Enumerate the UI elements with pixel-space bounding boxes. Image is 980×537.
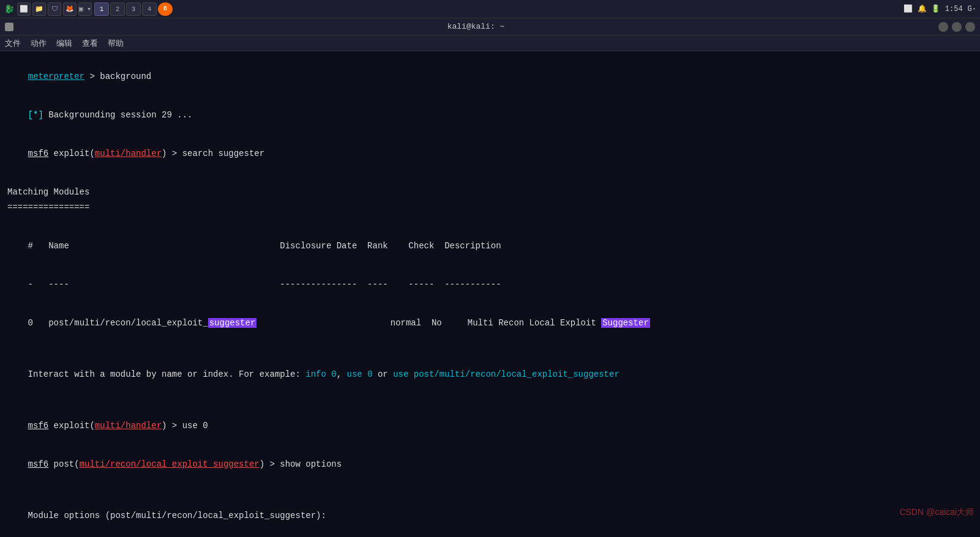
col-date: Disclosure Date: [280, 241, 367, 251]
row0-num: 0: [28, 318, 49, 328]
blank-line-1: [7, 173, 973, 186]
module-options-text: Module options (post/multi/recon/local_e…: [28, 511, 326, 520]
info-link: info 0: [305, 369, 336, 379]
blank-line-5: [7, 484, 973, 497]
use0-link: use 0: [347, 369, 373, 379]
window-close-icon[interactable]: [5, 23, 13, 31]
table-col-divider: - ---- --------------- ---- ----- ------…: [7, 265, 973, 304]
win-btn-1[interactable]: [938, 22, 948, 32]
backgrounding-text: Backgrounding session 29 ...: [43, 110, 193, 120]
menu-actions[interactable]: 动作: [31, 38, 47, 49]
tab-4[interactable]: 4: [142, 2, 157, 16]
div-name: ----: [48, 280, 280, 289]
titlebar-title: kali@kali: ~: [13, 22, 938, 31]
app-btn-3[interactable]: 🛡: [48, 2, 61, 16]
div-rank: ----: [367, 280, 408, 289]
titlebar-left: [5, 23, 13, 31]
titlebar: kali@kali: ~: [0, 18, 980, 35]
menu-edit[interactable]: 编辑: [56, 38, 72, 49]
taskbar-time: 1:54: [945, 5, 963, 13]
menu-view[interactable]: 查看: [82, 38, 98, 49]
app-btn-terminal[interactable]: ▣ ▾: [78, 2, 92, 16]
meterpreter-text: meterpreter: [28, 72, 84, 81]
taskbar-locale: G-: [968, 5, 976, 13]
terminal-line-search: msf6 exploit(multi/handler) > search sug…: [7, 135, 973, 173]
show-cmd: ) > show options: [260, 459, 342, 469]
cmd-background: background: [100, 72, 151, 81]
multi-handler-2: multi/handler: [95, 421, 162, 431]
col-hash: # Name: [28, 241, 280, 251]
interact-text: Interact with a module by name or index.…: [28, 369, 306, 379]
win-btn-2[interactable]: [952, 22, 962, 32]
space2: ) > search suggester: [162, 149, 264, 158]
interact-or: or: [373, 369, 394, 379]
tab-extra[interactable]: 8: [158, 2, 173, 16]
tab-2[interactable]: 2: [110, 2, 125, 16]
taskbar-apps: ⬜ 📁 🛡 🦊 ▣ ▾: [17, 2, 92, 16]
module-options-title: Module options (post/multi/recon/local_e…: [7, 497, 973, 535]
use-cmd: ) > use 0: [162, 421, 208, 431]
row0-desc-pre: Multi Recon Local Exploit: [468, 318, 601, 328]
row0-check: No: [432, 318, 468, 328]
post-text-1: post(: [48, 459, 79, 469]
table-col-header: # Name Disclosure Date Rank Check Descri…: [7, 227, 973, 265]
terminal-line-show: msf6 post(multi/recon/local_exploit_sugg…: [7, 445, 973, 484]
tab-3[interactable]: 3: [126, 2, 141, 16]
col-rank: Rank: [367, 241, 408, 251]
matching-modules-title: Matching Modules: [7, 186, 973, 199]
blank-line-2: [7, 214, 973, 227]
div-desc: -----------: [444, 280, 501, 289]
terminal-line-backgrounding: [*] Backgrounding session 29 ...: [7, 96, 973, 135]
msf6-text-2: msf6: [28, 421, 49, 431]
interact-line: Interact with a module by name or index.…: [7, 355, 973, 394]
menubar: 文件 动作 编辑 查看 帮助: [0, 35, 980, 51]
exploit-text-2: exploit(: [48, 421, 95, 431]
col-check: Check: [408, 241, 444, 251]
use-full-link: use post/multi/recon/local_exploit_sugge…: [393, 369, 619, 379]
menu-file[interactable]: 文件: [5, 38, 21, 49]
kali-icon: 🐉: [4, 4, 15, 15]
blank-line-3: [7, 343, 973, 355]
terminal-line-use: msf6 exploit(multi/handler) > use 0: [7, 407, 973, 445]
menu-help[interactable]: 帮助: [108, 38, 124, 49]
matching-modules-underline: ================: [7, 201, 973, 214]
prompt-gt1: >: [84, 72, 100, 81]
terminal[interactable]: meterpreter > background [*] Backgroundi…: [0, 51, 980, 537]
tab-1[interactable]: 1: [94, 2, 109, 16]
div-hash: -: [28, 280, 49, 289]
row0-desc-highlight: Suggester: [601, 318, 650, 328]
app-btn-4[interactable]: 🦊: [63, 2, 77, 16]
app-btn-1[interactable]: ⬜: [17, 2, 31, 16]
div-date: ---------------: [280, 280, 367, 289]
taskbar-left: 🐉 ⬜ 📁 🛡 🦊 ▣ ▾ 1 2 3 4 8: [4, 2, 900, 16]
row0-name-pre: post/multi/recon/local_exploit_: [48, 318, 208, 328]
col-desc: Description: [444, 241, 501, 251]
win-btn-3[interactable]: [965, 22, 975, 32]
star-bracket: [*]: [28, 110, 43, 120]
msf6-text-3: msf6: [28, 459, 49, 469]
interact-comma: ,: [337, 369, 347, 379]
terminal-line-meterpreter: meterpreter > background: [7, 57, 973, 96]
taskbar: 🐉 ⬜ 📁 🛡 🦊 ▣ ▾ 1 2 3 4 8 ⬜ 🔔 🔋 1:54 G-: [0, 0, 980, 18]
multi-handler-1: multi/handler: [95, 149, 162, 158]
space1: exploit(: [48, 149, 95, 158]
div-check: -----: [408, 280, 444, 289]
titlebar-win-buttons: [938, 22, 975, 32]
row0-name-highlight: suggester: [208, 318, 257, 328]
blank-line-4: [7, 394, 973, 407]
taskbar-right: ⬜ 🔔 🔋 1:54 G-: [903, 4, 976, 13]
taskbar-icons-right: ⬜ 🔔 🔋: [903, 4, 940, 13]
row0-spacer: normal: [256, 318, 432, 328]
multi-recon-1: multi/recon/local_exploit_suggester: [80, 459, 260, 469]
msf6-text-1: msf6: [28, 149, 49, 158]
terminal-tabs: 1 2 3 4 8: [94, 2, 173, 16]
watermark: CSDN @caicai大师: [899, 506, 974, 519]
app-btn-2[interactable]: 📁: [32, 2, 46, 16]
table-row-0: 0 post/multi/recon/local_exploit_suggest…: [7, 304, 973, 343]
